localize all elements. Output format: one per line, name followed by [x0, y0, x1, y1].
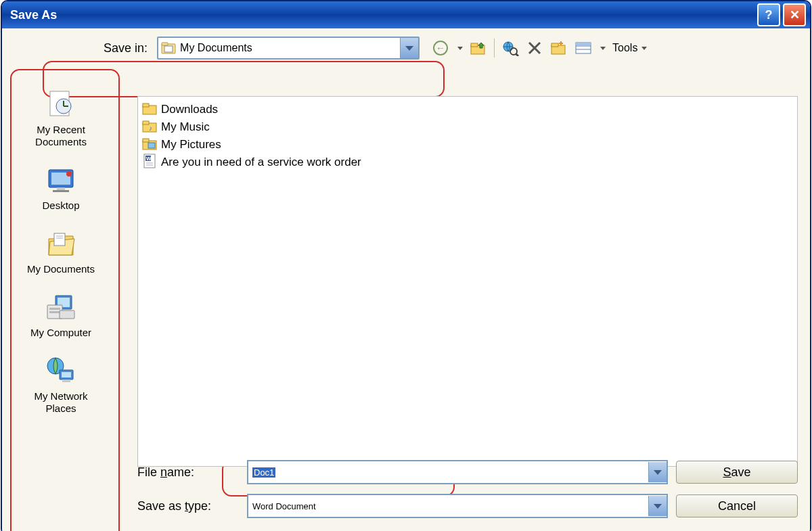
sidebar-item-my-network-places[interactable]: My Network Places	[18, 352, 104, 417]
my-documents-icon	[45, 228, 77, 260]
recent-documents-icon	[45, 89, 77, 121]
bottom-fields: File name: Doc1 Save Save as type: Word …	[137, 459, 798, 520]
svg-rect-18	[576, 43, 591, 45]
saveastype-dropdown[interactable]: Word Document	[247, 494, 668, 518]
back-button[interactable]: ←	[432, 39, 449, 57]
folder-icon	[142, 101, 157, 118]
svg-rect-36	[60, 310, 74, 319]
svg-rect-40	[62, 379, 70, 382]
toolbar-icons: ← Tools	[432, 39, 647, 57]
dropdown-arrow-icon[interactable]	[648, 462, 667, 482]
network-places-icon	[45, 355, 77, 388]
svg-rect-12	[551, 43, 558, 47]
file-item-label: My Pictures	[161, 138, 221, 152]
svg-point-27	[66, 171, 72, 177]
separator	[494, 39, 495, 57]
svg-rect-42	[143, 103, 149, 107]
svg-rect-39	[62, 372, 71, 377]
file-item-folder[interactable]: ♪ My Music	[142, 118, 793, 136]
save-in-value: My Documents	[180, 42, 396, 54]
window-title: Save As	[10, 8, 57, 22]
dialog-body: Select where you want to save your docum…	[2, 28, 810, 531]
close-button[interactable]: ✕	[783, 3, 806, 26]
back-dropdown-icon[interactable]	[457, 47, 463, 50]
sidebar-item-recent-documents[interactable]: My Recent Documents	[18, 86, 104, 151]
filename-label: File name:	[137, 465, 239, 480]
svg-rect-4	[471, 43, 478, 47]
svg-rect-44	[143, 121, 149, 124]
tools-menu[interactable]: Tools	[612, 42, 647, 54]
save-button[interactable]: Save	[676, 461, 798, 484]
svg-text:W: W	[146, 156, 152, 162]
sidebar-item-my-documents[interactable]: My Documents	[18, 225, 104, 278]
up-one-level-button[interactable]	[470, 39, 487, 57]
views-dropdown-icon[interactable]	[600, 47, 606, 50]
save-in-label: Save in:	[104, 41, 152, 55]
my-computer-icon	[45, 292, 77, 324]
search-web-button[interactable]	[501, 39, 519, 57]
file-item-folder[interactable]: My Pictures	[142, 136, 793, 154]
sidebar-item-label: My Network Places	[20, 390, 102, 415]
sidebar-item-my-computer[interactable]: My Computer	[18, 289, 104, 342]
folder-icon	[161, 41, 176, 56]
save-in-dropdown[interactable]: My Documents	[157, 37, 420, 60]
folder-pictures-icon	[142, 137, 157, 154]
svg-rect-2	[164, 46, 173, 52]
file-item-label: My Music	[161, 120, 210, 134]
svg-rect-28	[54, 233, 65, 246]
file-item-label: Are you in need of a service work order	[161, 156, 361, 169]
svg-rect-48	[148, 143, 155, 148]
svg-line-8	[516, 53, 518, 56]
save-in-toolbar: Save in: My Documents ←	[104, 34, 803, 66]
folder-music-icon: ♪	[142, 119, 157, 136]
saveastype-label: Save as type:	[137, 499, 239, 513]
filename-value: Doc1	[252, 467, 275, 478]
svg-rect-35	[49, 311, 60, 313]
svg-text:♪: ♪	[149, 124, 152, 132]
svg-rect-26	[53, 190, 69, 192]
filename-input[interactable]: Doc1	[247, 460, 668, 484]
titlebar-buttons: ? ✕	[757, 3, 806, 26]
svg-rect-1	[162, 43, 168, 45]
dropdown-arrow-icon[interactable]	[400, 38, 418, 58]
views-button[interactable]	[574, 39, 592, 57]
titlebar: Save As ? ✕	[2, 1, 810, 28]
word-doc-icon: W	[142, 154, 157, 172]
file-item-document[interactable]: W Are you in need of a service work orde…	[142, 154, 793, 171]
new-folder-button[interactable]	[550, 39, 568, 57]
delete-button[interactable]	[526, 39, 543, 57]
saveastype-value: Word Document	[252, 501, 316, 511]
svg-rect-34	[49, 308, 60, 310]
file-item-label: Downloads	[161, 103, 218, 116]
file-list[interactable]: Downloads ♪ My Music My Pictures W Are y…	[137, 96, 798, 467]
save-as-dialog: Save As ? ✕ Select where you want to sav…	[1, 0, 811, 531]
places-bar: My Recent Documents Desktop My Documents…	[17, 86, 105, 417]
sidebar-item-label: My Recent Documents	[20, 124, 102, 148]
sidebar-item-desktop[interactable]: Desktop	[18, 162, 104, 214]
cancel-button[interactable]: Cancel	[676, 494, 798, 517]
sidebar-item-label: My Computer	[30, 327, 91, 339]
desktop-icon	[45, 164, 77, 197]
help-button[interactable]: ?	[757, 3, 780, 26]
sidebar-item-label: Desktop	[42, 200, 79, 212]
sidebar-item-label: My Documents	[27, 263, 95, 275]
svg-rect-47	[143, 139, 149, 142]
file-item-folder[interactable]: Downloads	[142, 101, 793, 118]
dropdown-arrow-icon[interactable]	[648, 496, 667, 516]
